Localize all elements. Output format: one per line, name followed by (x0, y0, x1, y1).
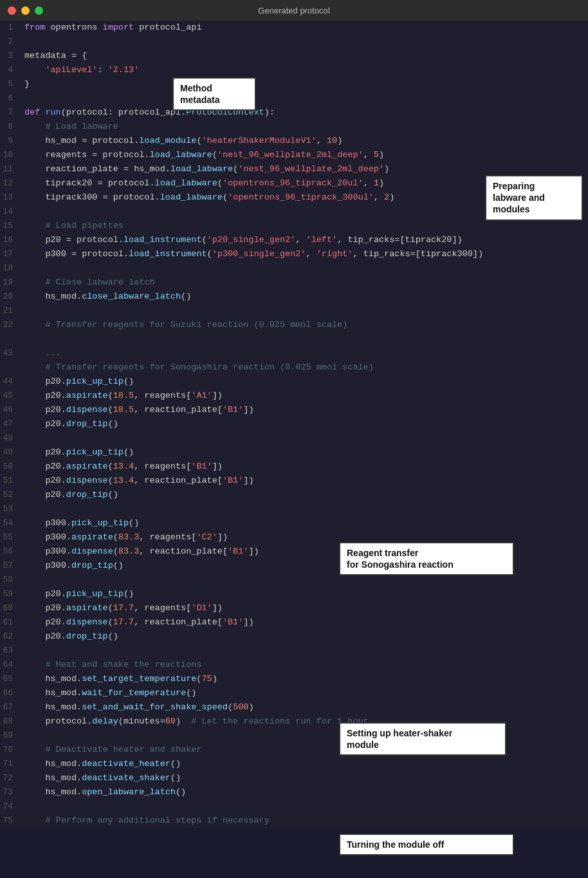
code-line: 59 p20.pick_up_tip() (0, 587, 588, 601)
annotation-turning-off: Turning the module off (339, 834, 514, 855)
code-line: 46 p20.dispense(18.5, reaction_plate['B1… (0, 403, 588, 417)
code-line: 44 p20.pick_up_tip() (0, 375, 588, 389)
code-line (0, 332, 588, 346)
annotation-reagent-transfer: Reagent transferfor Sonogashira reaction (339, 542, 514, 575)
code-line: 43 ... (0, 346, 588, 360)
code-line: 16 p20 = protocol.load_instrument('p20_s… (0, 233, 588, 247)
code-line: 48 (0, 431, 588, 445)
code-line: 21 (0, 304, 588, 318)
title-bar: Generated protocol (0, 0, 588, 21)
code-line: 51 p20.dispense(13.4, reaction_plate['B1… (0, 474, 588, 488)
code-line: 67 hs_mod.set_and_wait_for_shake_speed(5… (0, 700, 588, 715)
code-line: 62 p20.drop_tip() (0, 630, 588, 644)
minimize-button[interactable] (21, 6, 30, 15)
code-line: 1 from opentrons import protocol_api (0, 21, 588, 35)
code-line: 6 (0, 91, 588, 106)
code-line: 64 # Heat and shake the reactions (0, 658, 588, 672)
code-area: 1 from opentrons import protocol_api 2 3… (0, 21, 588, 828)
code-line: 5 } (0, 77, 588, 91)
code-line: 15 # Load pipettes (0, 219, 588, 233)
code-line: 66 hs_mod.wait_for_temperature() (0, 686, 588, 700)
code-line: 52 p20.drop_tip() (0, 488, 588, 502)
code-line: 53 (0, 502, 588, 516)
annotation-preparing-labware: Preparinglabware andmodules (485, 175, 583, 221)
code-line: 65 hs_mod.set_target_temperature(75) (0, 672, 588, 686)
code-line: 3 metadata = { (0, 49, 588, 63)
window-controls[interactable] (8, 6, 43, 15)
code-line: 7 def run(protocol: protocol_api.Protoco… (0, 106, 588, 120)
code-line: 61 p20.dispense(17.7, reaction_plate['B1… (0, 615, 588, 630)
code-line: 72 hs_mod.deactivate_shaker() (0, 771, 588, 785)
code-line: 63 (0, 644, 588, 658)
window-title: Generated protocol (258, 6, 329, 15)
code-line: 54 p300.pick_up_tip() (0, 516, 588, 530)
code-line: 22 # Transfer reagents for Suzuki reacti… (0, 318, 588, 332)
code-line: 4 'apiLevel': '2.13' (0, 63, 588, 77)
code-line: 75 # Perform any additional steps if nec… (0, 814, 588, 828)
code-line: 2 (0, 35, 588, 49)
code-line: 45 p20.aspirate(18.5, reagents['A1']) (0, 389, 588, 403)
code-line: 60 p20.aspirate(17.7, reagents['D1']) (0, 601, 588, 615)
annotation-method-metadata: Methodmetadata (172, 77, 256, 111)
code-line: 73 hs_mod.open_labware_latch() (0, 785, 588, 799)
annotation-heater-shaker: Setting up heater-shakermodule (339, 722, 506, 756)
code-line: 50 p20.aspirate(13.4, reagents['B1']) (0, 460, 588, 474)
code-line: 19 # Close labware latch (0, 276, 588, 290)
code-line: 71 hs_mod.deactivate_heater() (0, 757, 588, 771)
code-line: 47 p20.drop_tip() (0, 417, 588, 431)
code-line: 8 # Load labware (0, 120, 588, 134)
code-line: 11 reaction_plate = hs_mod.load_labware(… (0, 162, 588, 176)
code-line: # Transfer reagents for Sonogashira reac… (0, 360, 588, 375)
code-line: 9 hs_mod = protocol.load_module('heaterS… (0, 134, 588, 148)
close-button[interactable] (8, 6, 16, 15)
code-line: 18 (0, 261, 588, 276)
code-line: 17 p300 = protocol.load_instrument('p300… (0, 247, 588, 261)
code-line: 74 (0, 799, 588, 814)
maximize-button[interactable] (35, 6, 43, 15)
code-line: 10 reagents = protocol.load_labware('nes… (0, 148, 588, 162)
code-line: 20 hs_mod.close_labware_latch() (0, 290, 588, 304)
code-line: 49 p20.pick_up_tip() (0, 445, 588, 460)
